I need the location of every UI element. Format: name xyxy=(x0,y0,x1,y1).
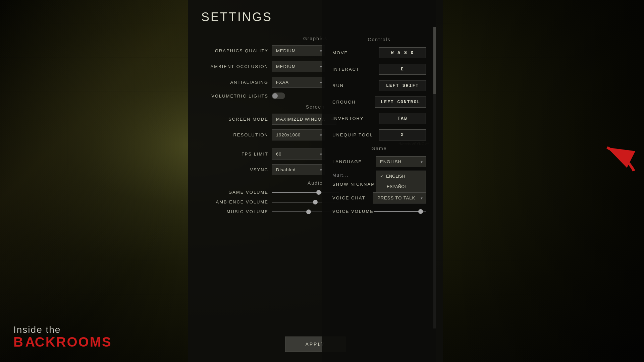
antialiasing-label: ANTIALIASING xyxy=(201,80,268,85)
resolution-select-wrapper: 644x362 1280x720 2560x1440 xyxy=(272,129,325,140)
resolution-label: RESOLUTION xyxy=(201,132,268,137)
fps-limit-select-wrapper: 60 30 120 144 UNLIMITED xyxy=(272,148,325,160)
logo-line2: BACKROOMS xyxy=(13,335,112,349)
graphics-quality-select-wrapper: MEDIUM LOW HIGH ULTRA xyxy=(272,45,325,56)
antialiasing-select[interactable]: FXAA OFF TAA MSAA xyxy=(272,77,325,88)
fps-limit-label: FPS LIMIT xyxy=(201,152,268,157)
music-volume-fill xyxy=(272,212,309,212)
logo-line1: Inside the xyxy=(13,324,112,335)
vsync-label: VSYNC xyxy=(201,167,268,172)
move-row: MOVE W A S D xyxy=(329,47,429,58)
run-label: RUN xyxy=(332,83,344,88)
run-key-badge[interactable]: LEFT SHIFT xyxy=(379,80,426,91)
unequip-label: UNEQUIP TOOL xyxy=(332,132,373,137)
game-volume-label: GAME VOLUME xyxy=(201,190,268,195)
music-volume-knob[interactable] xyxy=(306,209,311,214)
language-dropdown-open: ENGLISH ESPAÑOL xyxy=(376,171,426,192)
show-nicknames-label: SHOW NICKNAMES xyxy=(332,182,382,187)
mult-label: Mult... xyxy=(332,173,349,178)
ambient-occlusion-select[interactable]: MEDIUM OFF LOW HIGH xyxy=(272,61,325,72)
game-logo: Inside the BACKROOMS xyxy=(13,324,112,349)
language-label: LANGUAGE xyxy=(332,159,362,164)
voice-chat-row: VOICE CHAT PRESS TO TALK OPEN MIC DISABL… xyxy=(329,192,429,203)
volumetric-lights-toggle[interactable] xyxy=(272,93,285,99)
controls-section-label: Controls xyxy=(329,37,429,42)
crouch-key-badge[interactable]: LEFT CONTROL xyxy=(375,97,426,108)
ambient-occlusion-label: AMBIENT OCCLUSION xyxy=(201,64,268,69)
ambience-volume-label: AMBIENCE VOLUME xyxy=(201,199,268,204)
annotation-arrow xyxy=(600,144,641,186)
logo-b: B xyxy=(13,335,24,349)
voice-volume-slider[interactable] xyxy=(374,211,426,212)
move-key-badge[interactable]: W A S D xyxy=(379,47,426,58)
unequip-row: UNEQUIP TOOL X xyxy=(329,129,429,140)
language-select[interactable]: ENGLISH ESPAÑOL xyxy=(376,156,426,167)
ambient-occlusion-select-wrapper: MEDIUM OFF LOW HIGH xyxy=(272,61,325,72)
voice-volume-fill xyxy=(374,211,421,212)
voice-chat-select-wrapper: PRESS TO TALK OPEN MIC DISABLED xyxy=(373,192,426,203)
interact-key-badge[interactable]: E xyxy=(379,64,426,75)
antialiasing-select-wrapper: FXAA OFF TAA MSAA xyxy=(272,77,325,88)
voice-volume-track xyxy=(374,211,426,212)
game-section-label: Game xyxy=(329,146,429,151)
resolution-select[interactable]: 644x362 1280x720 2560x1440 xyxy=(272,129,325,140)
screen-mode-label: SCREEN MODE xyxy=(201,117,268,122)
vsync-select[interactable]: Disabled Enabled xyxy=(272,164,325,175)
voice-volume-label: VOICE VOLUME xyxy=(332,209,374,214)
language-option-english[interactable]: ENGLISH xyxy=(376,171,426,181)
ambience-volume-knob[interactable] xyxy=(313,200,318,204)
language-option-espanol[interactable]: ESPAÑOL xyxy=(376,181,426,192)
volumetric-lights-label: VOLUMETRIC LIGHTS xyxy=(201,94,268,99)
language-select-wrapper: ENGLISH ESPAÑOL xyxy=(376,156,426,167)
crouch-label: CROUCH xyxy=(332,100,356,105)
inventory-row: INVENTORY TAB xyxy=(329,113,429,124)
ambience-volume-fill xyxy=(272,202,315,202)
scroll-thumb[interactable] xyxy=(433,27,436,94)
inventory-label: INVENTORY xyxy=(332,116,364,121)
fps-limit-select[interactable]: 60 30 120 144 UNLIMITED xyxy=(272,148,325,160)
interact-row: INTERACT E xyxy=(329,64,429,75)
graphics-quality-label: GRAPHICS QUALITY xyxy=(201,48,268,53)
voice-volume-row: VOICE VOLUME xyxy=(329,209,429,214)
run-row: RUN LEFT SHIFT xyxy=(329,80,429,91)
voice-volume-knob[interactable] xyxy=(418,209,423,214)
vsync-select-wrapper: Disabled Enabled xyxy=(272,164,325,175)
music-volume-label: MUSIC VOLUME xyxy=(201,209,268,214)
voice-chat-label: VOICE CHAT xyxy=(332,195,366,200)
game-volume-knob[interactable] xyxy=(316,190,321,195)
scrollbar[interactable] xyxy=(433,27,436,328)
voice-chat-select[interactable]: PRESS TO TALK OPEN MIC DISABLED xyxy=(373,192,426,203)
game-volume-fill xyxy=(272,192,319,193)
logo-ckrooms: CKROOMS xyxy=(35,335,112,349)
language-row: LANGUAGE ENGLISH ESPAÑOL xyxy=(329,156,429,167)
graphics-quality-select[interactable]: MEDIUM LOW HIGH ULTRA xyxy=(272,45,325,56)
move-label: MOVE xyxy=(332,50,348,55)
logo-a-reversed: A xyxy=(24,335,35,349)
controls-panel: Controls MOVE W A S D INTERACT E RUN LEF… xyxy=(322,0,436,362)
inventory-key-badge[interactable]: TAB xyxy=(379,113,426,124)
interact-label: INTERACT xyxy=(332,67,360,72)
unequip-key-badge[interactable]: X xyxy=(379,129,426,140)
toggle-knob xyxy=(272,93,278,99)
crouch-row: CROUCH LEFT CONTROL xyxy=(329,97,429,108)
